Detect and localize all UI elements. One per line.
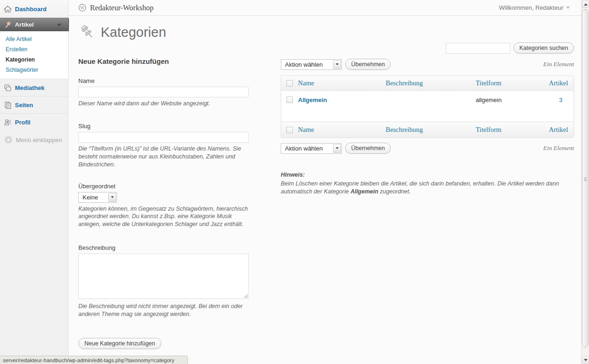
name-help-text: Dieser Name wird dann auf der Website an… [78,100,252,108]
collapse-menu-button[interactable]: Menü einklappen [0,136,68,144]
column-footer-name[interactable]: Name [298,126,386,134]
note-bold-word: Allgemein [350,188,378,195]
note-text-after: zugeordnet. [378,188,411,195]
description-textarea[interactable] [78,254,249,299]
account-menu[interactable]: Willkommen, Redakteur [499,4,570,11]
admin-sidebar: Dashboard Artikel Alle Artikel Erstellen… [0,0,69,356]
page-title: Kategorien [101,25,166,40]
sidebar-item-label: Dashboard [15,6,47,13]
submenu-item-alle-artikel[interactable]: Alle Artikel [0,34,68,44]
column-header-titelform: Titelform [476,79,547,87]
sidebar-separator [0,111,68,114]
submit-row: Neue Kategorie hinzufügen [78,338,252,349]
slug-help-text: Die “Titelform (in URLs)” ist die URL-Va… [78,145,252,169]
slug-field-group: Slug Die “Titelform (in URLs)” ist die U… [78,123,252,169]
bulk-action-value: Aktion wählen [281,61,333,68]
apply-button-bottom[interactable]: Übernehmen [345,143,391,154]
chevron-down-icon [566,7,570,9]
admin-topbar: W Redakteur-Workshop Willkommen, Redakte… [69,0,581,16]
scrollbar-grip [584,178,587,181]
collapse-menu-label: Menü einklappen [16,137,62,144]
site-name-text: Redakteur-Workshop [90,4,153,12]
name-field-group: Name Dieser Name wird dann auf der Websi… [78,77,252,108]
bulk-action-select[interactable]: Aktion wählen [281,59,342,70]
search-input[interactable] [446,43,510,54]
column-header-name[interactable]: Name [298,79,386,87]
note-text-before: Beim Löschen einer Kategorie bleiben die… [281,180,559,195]
sidebar-item-dashboard[interactable]: Dashboard [0,2,68,15]
deletion-note: Hinweis: Beim Löschen einer Kategorie bl… [281,171,562,196]
category-list-panel: Kategorien suchen Aktion wählen Übernehm… [281,42,574,349]
home-icon [4,5,12,13]
submenu-item-erstellen[interactable]: Erstellen [0,44,68,55]
sidebar-item-seiten[interactable]: Seiten [0,98,68,111]
scrollbar-thumb[interactable] [582,9,589,347]
sidebar-item-label: Mediathek [15,84,45,91]
description-help-text: Die Beschreibung wird nicht immer angeze… [78,302,252,318]
bulk-actions-bottom: Aktion wählen Übernehmen Ein Element [281,143,574,154]
search-categories-button[interactable]: Kategorien suchen [513,42,574,54]
column-footer-artikel[interactable]: Artikel [547,126,574,134]
users-icon [4,118,12,126]
select-all-checkbox[interactable] [286,80,293,87]
categories-table: Name Beschreibung Titelform Artikel Allg… [281,76,574,138]
row-checkbox[interactable] [286,96,293,103]
submenu-item-schlagwoerter[interactable]: Schlagwörter [0,65,68,75]
sidebar-item-mediathek[interactable]: Mediathek [0,81,68,94]
bulk-actions-top: Aktion wählen Übernehmen Ein Element [281,59,574,70]
sidebar-item-artikel[interactable]: Artikel [0,18,68,31]
dropdown-arrow-icon [333,60,341,69]
page-header: Kategorien [78,21,581,40]
bulk-action-select-bottom[interactable]: Aktion wählen [281,143,342,154]
table-row: Allgemein allgemein 3 [281,91,574,122]
item-count-bottom: Ein Element [543,144,574,152]
browser-status-bar: server/redakteur-handbuch/wp-admin/edit-… [0,356,188,364]
description-label: Beschreibung [78,244,252,251]
scroll-down-button[interactable] [582,356,589,364]
apply-button[interactable]: Übernehmen [345,59,391,70]
pages-icon [4,101,12,109]
scroll-up-button[interactable] [582,0,589,8]
sidebar-item-profil[interactable]: Profil [0,116,68,129]
form-title: Neue Kategorie hinzufügen [78,57,252,65]
dropdown-arrow-icon [333,144,341,153]
name-input[interactable] [78,87,249,97]
status-url-text: server/redakteur-handbuch/wp-admin/edit-… [3,357,174,363]
submenu-item-kategorien[interactable]: Kategorien [0,55,68,65]
column-footer-beschreibung: Beschreibung [386,126,476,134]
pushpin-icon [4,21,12,28]
triangle-up-icon [584,3,588,6]
parent-select-value: Keine [79,194,108,201]
parent-help-text: Kategorien können, im Gegensatz zu Schla… [78,205,252,229]
content-columns: Neue Kategorie hinzufügen Name Dieser Na… [69,40,581,349]
parent-field-group: Übergeordnet Keine Kategorien können, im… [78,183,252,229]
slug-label: Slug [78,123,252,130]
select-all-checkbox-bottom[interactable] [286,127,293,133]
add-category-button[interactable]: Neue Kategorie hinzufügen [78,338,161,349]
table-header-row: Name Beschreibung Titelform Artikel [281,76,574,90]
item-count: Ein Element [543,61,574,68]
dropdown-arrow-icon [108,193,116,202]
welcome-text: Willkommen, Redakteur [499,4,563,11]
name-label: Name [78,77,252,84]
category-name-link[interactable]: Allgemein [298,96,386,103]
category-post-count-link[interactable]: 3 [547,96,574,103]
artikel-submenu: Alle Artikel Erstellen Kategorien Schlag… [0,31,68,79]
wordpress-logo-icon: W [78,4,86,12]
column-header-artikel[interactable]: Artikel [547,79,574,87]
sidebar-item-label: Seiten [15,102,33,109]
note-title: Hinweis: [281,171,562,179]
column-header-beschreibung: Beschreibung [386,79,476,87]
add-category-form: Neue Kategorie hinzufügen Name Dieser Na… [78,57,252,349]
vertical-scrollbar[interactable] [581,0,589,364]
chevron-down-icon [57,24,62,26]
svg-text:W: W [80,6,84,10]
table-footer-row: Name Beschreibung Titelform Artikel [281,122,574,137]
parent-select[interactable]: Keine [78,192,117,203]
triangle-down-icon [584,359,588,361]
collapse-arrow-icon [5,136,12,144]
site-name-link[interactable]: W Redakteur-Workshop [78,4,153,12]
slug-input[interactable] [78,132,249,143]
category-slug: allgemein [476,96,547,103]
main-content: W Redakteur-Workshop Willkommen, Redakte… [69,0,581,364]
